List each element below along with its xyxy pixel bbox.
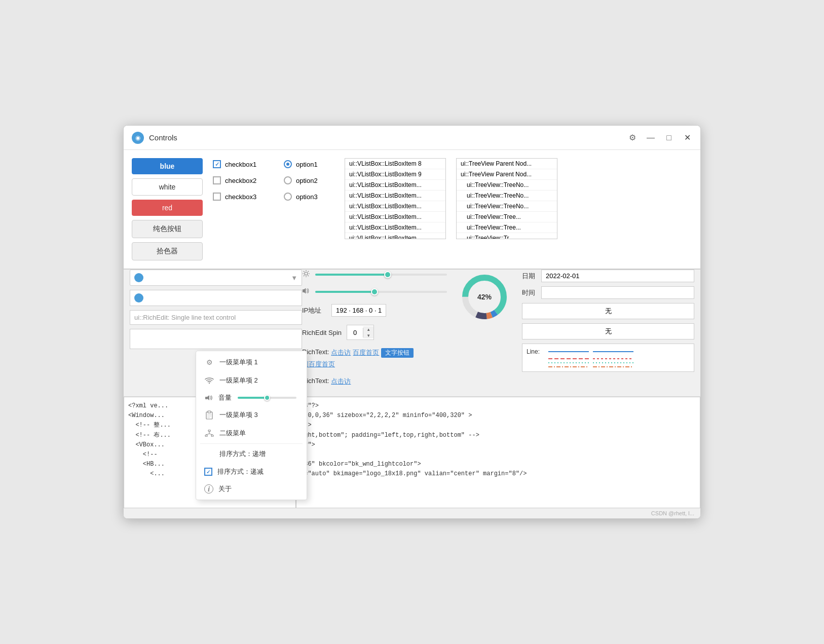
code-right-content[interactable]: -8"?> 0,0,0,36" sizebox="2,2,2,2" mininf… (296, 397, 700, 508)
richtext-link-4[interactable]: 点击访 (331, 377, 351, 386)
code-line (301, 450, 696, 460)
svg-line-12 (209, 434, 212, 435)
wu-button-2[interactable]: 无 (522, 323, 694, 339)
volume-slider[interactable] (238, 397, 296, 399)
tree-item[interactable]: ui::TreeView::Tr... (457, 233, 557, 239)
spin-input[interactable]: 0 ▲ ▼ (347, 325, 374, 340)
line-row-4 (527, 366, 690, 367)
svg-point-7 (208, 430, 210, 432)
radio-2[interactable]: option2 (284, 176, 334, 184)
combobox-2[interactable] (130, 290, 302, 306)
menu-item-1-label: 一级菜单项 1 (219, 358, 258, 367)
minimize-button[interactable]: — (646, 133, 656, 143)
listbox[interactable]: ui::VListBox::ListBoxItem 8 ui::VListBox… (345, 158, 446, 239)
spin-down-button[interactable]: ▼ (363, 332, 373, 338)
svg-line-19 (308, 276, 309, 277)
radio-3[interactable]: option3 (284, 193, 334, 201)
color-picker-button[interactable]: 拾色器 (132, 242, 203, 260)
richtext-row-1: RichText: 点击访 百度首页 文字按钮 问百度首页 (302, 348, 447, 369)
plain-color-button[interactable]: 纯色按钮 (132, 220, 203, 238)
maximize-button[interactable]: □ (664, 133, 674, 143)
radio-3-label: option3 (296, 193, 318, 201)
richtext-content-1: RichText: 点击访 百度首页 文字按钮 问百度首页 (302, 348, 447, 369)
sort-desc[interactable]: 排序方式：递减 (196, 463, 307, 480)
tree-item[interactable]: ui::TreeView::TreeNo... (457, 201, 557, 212)
wu-button-1[interactable]: 无 (522, 303, 694, 319)
code-line: -8"?> (301, 401, 696, 411)
tree-item[interactable]: ui::TreeView Parent Nod... (457, 159, 557, 169)
brightness-slider[interactable] (315, 274, 447, 276)
donut-chart: 42% (459, 272, 510, 322)
tree-item[interactable]: ui::TreeView::TreeNo... (457, 180, 557, 191)
richtext-link-2[interactable]: 百度首页 (353, 348, 379, 358)
tree-item[interactable]: ui::TreeView::TreeNo... (457, 191, 557, 201)
menu-about[interactable]: i 关于 (196, 480, 307, 498)
brightness-icon (302, 270, 310, 279)
list-item[interactable]: ui::VListBox::ListBoxItem... (345, 180, 445, 191)
controls-middle: IP地址 192 · 168 · 0 · 1 RichEdit Spin 0 ▲… (302, 270, 453, 390)
combobox-1[interactable]: ▼ (130, 270, 302, 286)
close-button[interactable]: ✕ (682, 133, 692, 143)
volume-thumb[interactable] (264, 395, 270, 401)
checkbox-2[interactable]: checkbox2 (213, 176, 274, 184)
button-panel: blue white red 纯色按钮 拾色器 (132, 158, 203, 260)
list-item[interactable]: ui::VListBox::ListBoxItem... (345, 222, 445, 233)
richedit-bottom[interactable] (130, 329, 302, 349)
red-button[interactable]: red (132, 200, 203, 216)
richtext-content-2: RichText: 点击访 (302, 377, 447, 386)
white-button[interactable]: white (132, 178, 203, 196)
menu-item-sub[interactable]: 二级菜单 (196, 424, 307, 442)
spin-buttons: ▲ ▼ (363, 326, 373, 338)
svg-point-9 (211, 435, 213, 437)
volume-slider-main[interactable] (315, 291, 447, 293)
tree-item[interactable]: ui::TreeView Parent Nod... (457, 169, 557, 180)
richtext-btn-1[interactable]: 文字按钮 (381, 348, 414, 358)
titlebar: Controls ⚙ — □ ✕ (124, 126, 700, 150)
checkbox-2-box (213, 176, 221, 184)
sort-asc[interactable]: 排序方式：递增 (196, 445, 307, 463)
svg-rect-3 (208, 411, 211, 413)
richedit-input[interactable]: ui::RichEdit: Single line text control (130, 310, 302, 325)
code-line: "36" bkcolor="bk_wnd_lightcolor"> (301, 460, 696, 469)
checkbox-3[interactable]: checkbox3 (213, 193, 274, 201)
time-input[interactable] (541, 286, 694, 299)
list-item[interactable]: ui::VListBox::ListBoxItem... (345, 191, 445, 201)
checkbox-3-label: checkbox3 (225, 193, 256, 201)
volume-icon (204, 393, 214, 403)
menu-item-1[interactable]: ⚙ 一级菜单项 1 (196, 353, 307, 371)
ip-label: IP地址 (302, 306, 327, 315)
volume-thumb-main[interactable] (371, 288, 378, 295)
context-menu: ⚙ 一级菜单项 1 一级菜单项 2 (196, 351, 307, 500)
volume-label: 音量 (218, 393, 232, 402)
svg-line-11 (206, 434, 209, 435)
list-item[interactable]: ui::VListBox::ListBoxItem... (345, 233, 445, 239)
brightness-fill (315, 274, 388, 276)
volume-fill (238, 397, 267, 399)
list-item[interactable]: ui::VListBox::ListBoxItem... (345, 201, 445, 212)
date-input[interactable] (541, 270, 694, 282)
spin-up-button[interactable]: ▲ (363, 326, 373, 332)
list-item[interactable]: ui::VListBox::ListBoxItem 8 (345, 159, 445, 169)
settings-button[interactable]: ⚙ (627, 133, 638, 143)
radio-1-label: option1 (296, 161, 318, 168)
menu-separator (200, 443, 303, 444)
tree-item[interactable]: ui::TreeView::Tree... (457, 222, 557, 233)
radio-panel: option1 option2 option3 (284, 158, 334, 260)
date-row: 日期 (522, 270, 694, 282)
line-solid-blue2 (593, 351, 633, 352)
list-item[interactable]: ui::VListBox::ListBoxItem... (345, 212, 445, 222)
checkbox-1[interactable]: checkbox1 (213, 160, 274, 168)
menu-item-2[interactable]: 一级菜单项 2 (196, 371, 307, 390)
svg-line-20 (308, 271, 309, 272)
blue-button[interactable]: blue (132, 158, 203, 174)
ip-input[interactable]: 192 · 168 · 0 · 1 (331, 304, 386, 317)
tree-item[interactable]: ui::TreeView::Tree... (457, 212, 557, 222)
menu-item-3[interactable]: 一级菜单项 3 (196, 406, 307, 424)
richtext-link-1[interactable]: 点击访 (331, 348, 351, 358)
radio-1[interactable]: option1 (284, 160, 334, 168)
brightness-thumb[interactable] (384, 271, 391, 278)
list-item[interactable]: ui::VListBox::ListBoxItem 9 (345, 169, 445, 180)
treeview[interactable]: ui::TreeView Parent Nod... ui::TreeView … (456, 158, 557, 239)
sort-desc-checkbox[interactable] (204, 468, 212, 476)
code-line: or"> (301, 440, 696, 450)
